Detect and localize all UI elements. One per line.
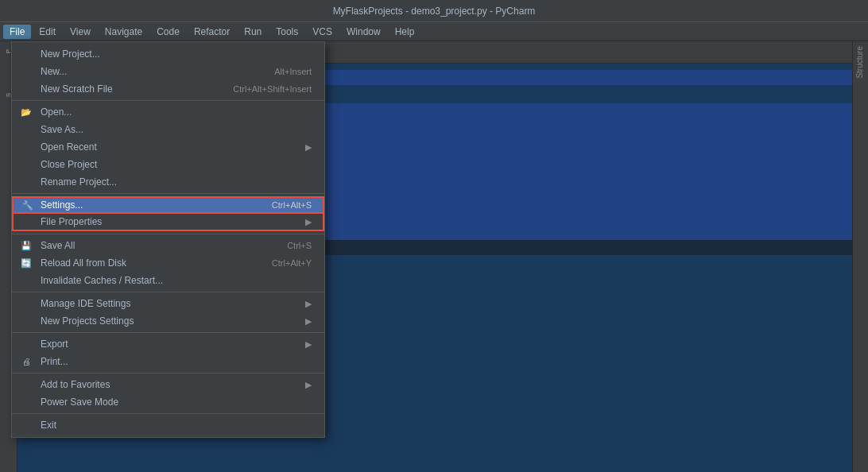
separator-5 bbox=[12, 332, 324, 333]
separator-7 bbox=[12, 413, 324, 414]
menu-item-manage-ide[interactable]: Manage IDE Settings ▶ bbox=[12, 295, 324, 312]
save-as-label: Save As... bbox=[41, 124, 83, 135]
new-shortcut: Alt+Insert bbox=[274, 67, 312, 76]
separator-4 bbox=[12, 292, 324, 292]
new-projects-settings-label: New Projects Settings bbox=[41, 315, 134, 327]
titlebar-text: MyFlaskProjects - demo3_project.py - PyC… bbox=[333, 6, 536, 17]
menu-item-new-scratch[interactable]: New Scratch File Ctrl+Alt+Shift+Insert bbox=[12, 80, 324, 98]
menu-item-reload[interactable]: 🔄 Reload All from Disk Ctrl+Alt+Y bbox=[12, 254, 324, 272]
menu-item-print[interactable]: 🖨 Print... bbox=[12, 353, 324, 370]
menu-item-rename-project[interactable]: Rename Project... bbox=[12, 173, 324, 191]
titlebar: MyFlaskProjects - demo3_project.py - PyC… bbox=[0, 0, 868, 22]
settings-icon: 🔧 bbox=[21, 199, 34, 211]
menu-item-new-project[interactable]: New Project... bbox=[12, 45, 324, 63]
menu-help[interactable]: Help bbox=[389, 25, 421, 39]
menu-item-settings[interactable]: 🔧 Settings... Ctrl+Alt+S bbox=[12, 196, 324, 214]
menu-window[interactable]: Window bbox=[340, 25, 387, 39]
manage-ide-label: Manage IDE Settings bbox=[41, 298, 130, 309]
close-project-label: Close Project bbox=[41, 159, 97, 170]
separator-2 bbox=[12, 193, 324, 194]
save-all-icon: 💾 bbox=[20, 239, 33, 252]
open-recent-arrow: ▶ bbox=[305, 142, 312, 153]
menu-item-power-save[interactable]: Power Save Mode bbox=[12, 393, 324, 411]
export-label: Export bbox=[41, 339, 68, 350]
print-icon: 🖨 bbox=[20, 355, 33, 368]
menu-item-open[interactable]: 📂 Open... bbox=[12, 103, 324, 121]
menu-vcs[interactable]: VCS bbox=[306, 25, 339, 39]
menu-file[interactable]: File bbox=[3, 25, 31, 39]
open-recent-label: Open Recent bbox=[41, 141, 97, 153]
manage-ide-arrow: ▶ bbox=[305, 299, 312, 309]
menu-navigate[interactable]: Navigate bbox=[99, 25, 149, 39]
menu-item-file-properties[interactable]: File Properties ▶ bbox=[12, 214, 324, 231]
menu-item-save-as[interactable]: Save As... bbox=[12, 121, 324, 138]
export-arrow: ▶ bbox=[305, 339, 312, 350]
rename-project-label: Rename Project... bbox=[41, 176, 117, 188]
structure-label: Structure bbox=[853, 41, 866, 83]
menu-item-new-projects-settings[interactable]: New Projects Settings ▶ bbox=[12, 312, 324, 330]
reload-icon: 🔄 bbox=[20, 257, 33, 269]
menu-item-open-recent[interactable]: Open Recent ▶ bbox=[12, 138, 324, 156]
menu-view[interactable]: View bbox=[64, 25, 97, 39]
menu-item-save-all[interactable]: 💾 Save All Ctrl+S bbox=[12, 237, 324, 254]
save-all-label: Save All bbox=[41, 240, 75, 251]
new-scratch-label: New Scratch File bbox=[41, 83, 113, 95]
menu-item-invalidate[interactable]: Invalidate Caches / Restart... bbox=[12, 272, 324, 289]
open-label: Open... bbox=[41, 106, 72, 118]
separator-3 bbox=[12, 234, 324, 234]
menu-item-exit[interactable]: Exit bbox=[12, 416, 324, 434]
main-layout: P S New Project... New... Alt+Insert New… bbox=[0, 41, 868, 472]
new-label: New... bbox=[41, 66, 67, 77]
settings-shortcut: Ctrl+Alt+S bbox=[272, 200, 312, 210]
menu-item-add-favorites[interactable]: Add to Favorites ▶ bbox=[12, 376, 324, 393]
invalidate-label: Invalidate Caches / Restart... bbox=[41, 275, 163, 286]
menu-tools[interactable]: Tools bbox=[269, 25, 304, 39]
open-icon: 📂 bbox=[20, 106, 33, 118]
menu-run[interactable]: Run bbox=[238, 25, 268, 39]
separator-1 bbox=[12, 100, 324, 101]
add-favorites-label: Add to Favorites bbox=[41, 379, 110, 390]
print-label: Print... bbox=[41, 356, 68, 367]
new-projects-settings-arrow: ▶ bbox=[305, 316, 312, 327]
exit-label: Exit bbox=[41, 420, 56, 431]
add-favorites-arrow: ▶ bbox=[305, 380, 312, 390]
reload-label: Reload All from Disk bbox=[41, 257, 126, 269]
menu-edit[interactable]: Edit bbox=[33, 25, 62, 39]
settings-label: Settings... bbox=[41, 199, 83, 211]
menu-code[interactable]: Code bbox=[150, 25, 186, 39]
power-save-label: Power Save Mode bbox=[41, 397, 118, 408]
save-all-shortcut: Ctrl+S bbox=[287, 241, 312, 250]
menu-refactor[interactable]: Refactor bbox=[188, 25, 236, 39]
file-properties-label: File Properties bbox=[41, 216, 102, 227]
file-menu-dropdown: New Project... New... Alt+Insert New Scr… bbox=[11, 41, 325, 438]
file-properties-arrow: ▶ bbox=[305, 217, 312, 227]
menu-item-new[interactable]: New... Alt+Insert bbox=[12, 63, 324, 80]
menubar: File Edit View Navigate Code Refactor Ru… bbox=[0, 22, 868, 41]
separator-6 bbox=[12, 373, 324, 373]
reload-shortcut: Ctrl+Alt+Y bbox=[272, 258, 312, 268]
right-panel: Structure bbox=[852, 41, 868, 472]
menu-item-export[interactable]: Export ▶ bbox=[12, 335, 324, 353]
menu-item-close-project[interactable]: Close Project bbox=[12, 156, 324, 173]
new-project-label: New Project... bbox=[41, 48, 100, 60]
new-scratch-shortcut: Ctrl+Alt+Shift+Insert bbox=[233, 84, 312, 94]
